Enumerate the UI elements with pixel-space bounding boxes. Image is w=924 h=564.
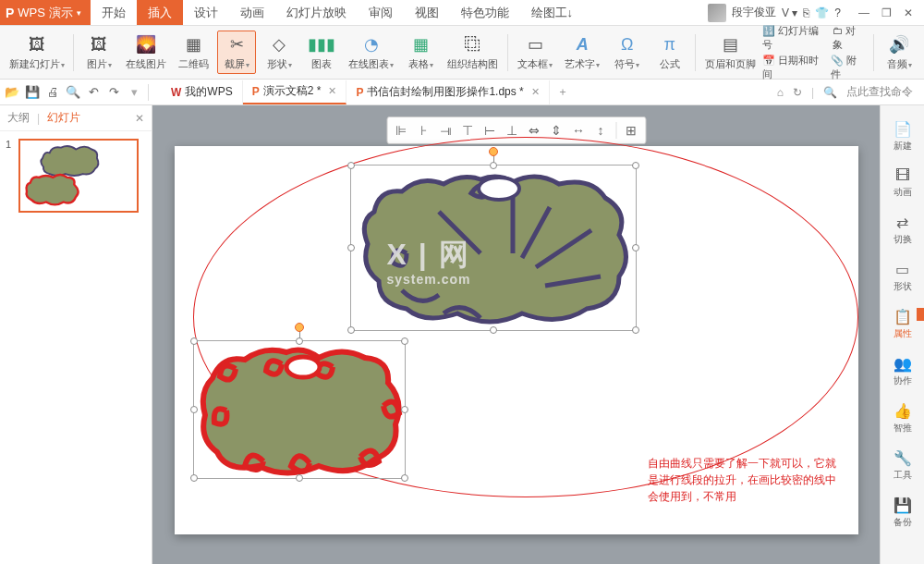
new-tab-button[interactable]: ＋ — [550, 84, 576, 100]
minimize-button[interactable]: — — [857, 6, 870, 19]
tab-start[interactable]: 开始 — [91, 0, 137, 25]
tab-insert[interactable]: 插入 — [137, 0, 183, 25]
search-placeholder[interactable]: 点此查找命令 — [846, 84, 913, 100]
title-icon-1[interactable]: ⎘ — [803, 6, 809, 19]
rp-new[interactable]: 📄新建 — [881, 115, 924, 158]
resize-handle[interactable] — [190, 406, 198, 413]
datetime-button[interactable]: 📅 日期和时间 — [762, 54, 823, 81]
slide-num-button[interactable]: 🔢 幻灯片编号 — [762, 24, 825, 52]
align-top-icon[interactable]: ⊤ — [457, 120, 478, 141]
resize-handle[interactable] — [490, 162, 497, 169]
rotate-handle[interactable] — [489, 147, 498, 156]
qr-button[interactable]: ▦ 二维码 — [175, 31, 213, 73]
tab-design[interactable]: 设计 — [183, 0, 229, 25]
qat-print-icon[interactable]: 🖨 — [44, 84, 61, 101]
resize-handle[interactable] — [347, 244, 355, 251]
chart-button[interactable]: ▮▮▮ 图表 — [302, 31, 341, 73]
resize-handle[interactable] — [490, 326, 497, 334]
dist-h-icon[interactable]: ⇔ — [524, 120, 544, 141]
rp-anim[interactable]: 🎞动画 — [881, 162, 924, 204]
tab-animation[interactable]: 动画 — [229, 0, 275, 25]
slides-tab[interactable]: 幻灯片 — [47, 110, 80, 126]
align-bottom-icon[interactable]: ⊥ — [502, 120, 522, 141]
screenshot-button[interactable]: ✂ 截屏▾ — [217, 31, 256, 74]
resize-handle[interactable] — [401, 406, 408, 413]
tab-drawing[interactable]: 绘图工↓ — [520, 0, 585, 25]
rp-trans[interactable]: ⇄切换 — [881, 208, 924, 251]
online-picture-button[interactable]: 🌄 在线图片 — [122, 31, 171, 73]
picture-button[interactable]: 🖼 图片▾ — [79, 31, 118, 73]
shapes-button[interactable]: ◇ 形状▾ — [260, 31, 298, 73]
slide-thumbnail[interactable] — [18, 139, 139, 213]
qat-more-icon[interactable]: ▾ — [126, 84, 142, 101]
dist-v-icon[interactable]: ⇕ — [546, 120, 566, 141]
canvas[interactable]: ⊫ ⊦ ⫣ ⊤ ⊢ ⊥ ⇔ ⇕ ↔ ↕ ⊞ — [152, 105, 880, 564]
freeform-shape-1[interactable] — [351, 166, 638, 332]
symbol-button[interactable]: Ω 符号▾ — [608, 31, 647, 73]
app-badge[interactable]: P WPS 演示 ▾ — [0, 0, 91, 25]
outline-tab[interactable]: 大纲 — [7, 110, 30, 126]
header-footer-button[interactable]: ▤ 页眉和页脚 — [701, 31, 760, 73]
maximize-button[interactable]: ❐ — [880, 6, 893, 19]
resize-handle[interactable] — [296, 474, 303, 482]
equal-h-icon[interactable]: ↕ — [590, 120, 611, 141]
user-area[interactable]: 段宇俊亚 V ▾ ⎘ 👕 ? — [700, 0, 848, 25]
rp-backup[interactable]: 💾备份 — [881, 491, 924, 534]
close-button[interactable]: ✕ — [902, 6, 915, 19]
resize-handle[interactable] — [632, 244, 639, 251]
close-tab-icon[interactable]: ✕ — [328, 85, 336, 97]
rp-collab[interactable]: 👥协作 — [881, 349, 924, 393]
rp-props[interactable]: 📋属性 — [881, 302, 924, 346]
pane-close-icon[interactable]: ✕ — [135, 112, 144, 125]
attach-button[interactable]: 📎 附件 — [831, 54, 864, 81]
doc-tab-mywps[interactable]: W 我的WPS — [162, 80, 243, 104]
wordart-button[interactable]: A 艺术字▾ — [561, 31, 604, 73]
title-icon-2[interactable]: 👕 — [815, 6, 829, 19]
home-icon[interactable]: ⌂ — [777, 86, 784, 99]
selection-box-1[interactable] — [350, 165, 637, 331]
rp-recommend[interactable]: 👍智推 — [881, 397, 924, 440]
online-chart-button[interactable]: ◔ 在线图表▾ — [345, 31, 397, 73]
selection-box-2[interactable] — [193, 340, 406, 479]
qat-open-icon[interactable]: 📂 — [4, 84, 20, 101]
align-center-icon[interactable]: ⊦ — [413, 120, 433, 141]
refresh-icon[interactable]: ↻ — [793, 86, 802, 99]
audio-button[interactable]: 🔊 音频▾ — [880, 31, 918, 73]
org-button[interactable]: ⿻ 组织结构图 — [444, 31, 502, 73]
tab-view[interactable]: 视图 — [404, 0, 450, 25]
doc-tab-letter[interactable]: P 书信信封绘制用图形操作1.dps * ✕ — [346, 80, 549, 104]
table-button[interactable]: ▦ 表格▾ — [401, 31, 440, 73]
resize-handle[interactable] — [401, 474, 408, 482]
rp-shape[interactable]: ▭形状 — [881, 255, 924, 299]
qat-undo-icon[interactable]: ↶ — [85, 84, 102, 101]
freeform-shape-2[interactable] — [194, 341, 407, 480]
resize-handle[interactable] — [296, 337, 303, 345]
resize-handle[interactable] — [190, 337, 198, 345]
resize-handle[interactable] — [347, 326, 355, 334]
resize-handle[interactable] — [632, 162, 639, 169]
resize-handle[interactable] — [632, 326, 639, 334]
group-icon[interactable]: ⊞ — [621, 120, 641, 141]
resize-handle[interactable] — [401, 337, 408, 345]
rp-tools[interactable]: 🔧工具 — [881, 444, 924, 487]
new-slide-button[interactable]: 🖼 新建幻灯片▾ — [6, 31, 67, 73]
tab-feature[interactable]: 特色功能 — [450, 0, 520, 25]
qat-redo-icon[interactable]: ↷ — [105, 84, 122, 101]
rotate-handle[interactable] — [295, 323, 304, 332]
tab-slideshow[interactable]: 幻灯片放映 — [275, 0, 358, 25]
search-icon[interactable]: 🔍 — [823, 86, 837, 99]
tab-review[interactable]: 审阅 — [358, 0, 404, 25]
resize-handle[interactable] — [190, 474, 198, 482]
align-left-icon[interactable]: ⊫ — [391, 120, 411, 141]
close-tab-icon[interactable]: ✕ — [531, 86, 540, 98]
resize-handle[interactable] — [347, 162, 355, 169]
formula-button[interactable]: π 公式 — [650, 31, 689, 73]
qat-save-icon[interactable]: 💾 — [24, 84, 41, 101]
align-middle-icon[interactable]: ⊢ — [480, 120, 500, 141]
doc-tab-presentation2[interactable]: P 演示文稿2 * ✕ — [243, 80, 347, 104]
equal-w-icon[interactable]: ↔ — [568, 120, 589, 141]
qat-preview-icon[interactable]: 🔍 — [65, 84, 81, 101]
object-button[interactable]: 🗀 对象 — [833, 24, 864, 52]
title-icon-3[interactable]: ? — [834, 6, 841, 19]
textbox-button[interactable]: ▭ 文本框▾ — [514, 31, 557, 73]
